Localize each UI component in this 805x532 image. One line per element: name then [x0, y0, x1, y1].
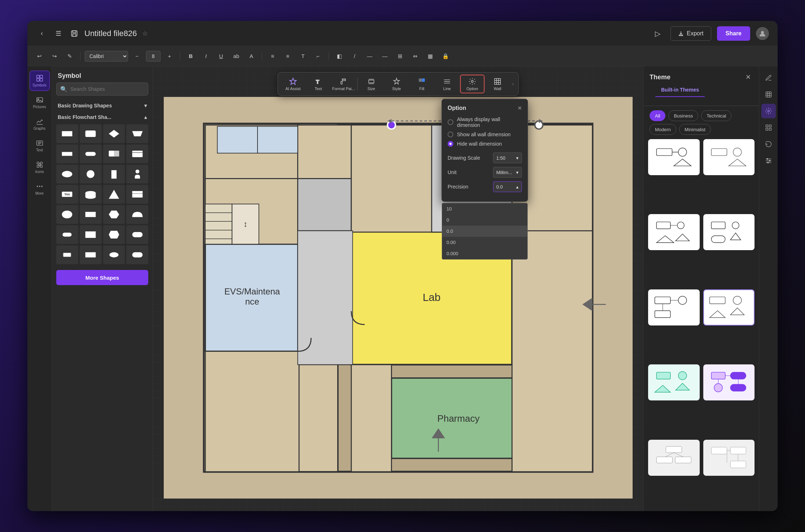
- filter-business[interactable]: Business: [668, 110, 698, 121]
- bold-button[interactable]: B: [185, 50, 197, 62]
- theme-card-5[interactable]: [648, 289, 700, 325]
- shape-item[interactable]: [56, 225, 78, 244]
- shape-item[interactable]: [126, 245, 148, 264]
- italic-button[interactable]: I: [200, 50, 212, 62]
- undo-button[interactable]: ↩: [33, 50, 45, 62]
- connector-button[interactable]: ⌐: [312, 50, 324, 62]
- floor-plan-container[interactable]: EVS/Maintena nce Lab Pharmacy: [164, 95, 633, 500]
- theme-card-8[interactable]: [703, 364, 755, 400]
- underline-button[interactable]: U: [215, 50, 227, 62]
- canvas-area[interactable]: AI Assist T Text Format Pai...: [153, 66, 643, 511]
- shape-item[interactable]: [103, 205, 125, 224]
- shape-item[interactable]: [56, 245, 78, 264]
- theme-card-10[interactable]: [703, 440, 755, 476]
- rail-theme-button[interactable]: [761, 104, 776, 118]
- precision-option-10[interactable]: 10: [442, 203, 527, 214]
- text-button[interactable]: T: [297, 50, 309, 62]
- ft-line[interactable]: Line: [435, 75, 459, 93]
- filter-all[interactable]: All: [650, 110, 665, 121]
- shape-item[interactable]: [56, 124, 78, 143]
- rail-grid-button[interactable]: [761, 120, 776, 135]
- shape-item[interactable]: [80, 165, 102, 183]
- shape-toggle-button[interactable]: ⊞: [394, 50, 406, 62]
- shape-item[interactable]: [126, 205, 148, 224]
- precision-option-0.0[interactable]: 0.0: [442, 226, 527, 237]
- theme-card-9[interactable]: [648, 440, 700, 476]
- shape-item[interactable]: [103, 145, 125, 163]
- shape-item[interactable]: [103, 245, 125, 264]
- shape-item[interactable]: [80, 124, 102, 143]
- theme-card-2[interactable]: [703, 139, 755, 175]
- shape-item[interactable]: [126, 185, 148, 204]
- shape-item[interactable]: [103, 124, 125, 143]
- save-icon[interactable]: [69, 28, 79, 39]
- filter-modern[interactable]: Modern: [650, 124, 676, 135]
- rail-draw-button[interactable]: [761, 71, 776, 85]
- ft-style[interactable]: Style: [384, 75, 409, 93]
- pen-tool-button[interactable]: ✎: [63, 50, 76, 62]
- sidebar-item-more[interactable]: More: [30, 179, 50, 199]
- search-bar[interactable]: 🔍: [56, 83, 148, 96]
- fill-button[interactable]: ◧: [333, 50, 346, 62]
- theme-card-3[interactable]: [648, 214, 700, 250]
- precision-select[interactable]: 0.0 ▴: [493, 181, 522, 192]
- sidebar-item-icons[interactable]: Icons: [30, 157, 50, 177]
- shape-item[interactable]: [80, 245, 102, 264]
- sidebar-item-symbols[interactable]: Symbols: [30, 71, 50, 91]
- unit-select[interactable]: Millim... ▾: [493, 167, 522, 178]
- shape-item[interactable]: [126, 165, 148, 183]
- strikethrough-button[interactable]: ab: [230, 50, 242, 62]
- theme-card-6[interactable]: [703, 289, 755, 325]
- shape-item[interactable]: [126, 225, 148, 244]
- menu-button[interactable]: ☰: [53, 28, 64, 39]
- shape-item[interactable]: [56, 145, 78, 163]
- ft-ai-assist[interactable]: AI Assist: [281, 75, 305, 93]
- shape-item[interactable]: [126, 124, 148, 143]
- line-height-button[interactable]: ≡: [282, 50, 294, 62]
- shape-item-yes[interactable]: Yes: [56, 185, 78, 204]
- ft-format-paint[interactable]: Format Pai...: [331, 75, 356, 93]
- section-basic-flowchart[interactable]: Basic Flowchart Sha... ▴: [52, 111, 153, 123]
- more-shapes-button[interactable]: More Shapes: [56, 270, 148, 285]
- precision-option-0.00[interactable]: 0.00: [442, 237, 527, 248]
- sidebar-item-pictures[interactable]: Pictures: [30, 92, 50, 112]
- shape-item[interactable]: [56, 165, 78, 183]
- rail-history-button[interactable]: [761, 137, 776, 151]
- shape-item[interactable]: [80, 205, 102, 224]
- rail-table-button[interactable]: [761, 87, 776, 102]
- theme-card-4[interactable]: [703, 214, 755, 250]
- font-size-input[interactable]: [146, 51, 160, 62]
- table-button[interactable]: ▦: [424, 50, 436, 62]
- precision-option-0[interactable]: 0: [442, 214, 527, 226]
- shape-item[interactable]: [103, 225, 125, 244]
- sidebar-item-graphs[interactable]: Graphs: [30, 114, 50, 134]
- theme-close-button[interactable]: ✕: [743, 72, 753, 82]
- shape-item[interactable]: [103, 185, 125, 204]
- share-button[interactable]: Share: [717, 26, 750, 41]
- font-family-select[interactable]: Calibri: [85, 51, 128, 62]
- rail-settings-button[interactable]: [761, 154, 776, 168]
- ft-more[interactable]: ›: [511, 81, 516, 87]
- font-color-button[interactable]: A: [245, 50, 258, 62]
- lock-button[interactable]: 🔒: [439, 50, 452, 62]
- star-icon[interactable]: ☆: [142, 30, 148, 37]
- more-button[interactable]: —: [364, 50, 376, 62]
- radio-show-all[interactable]: Show all wall dimension: [448, 132, 522, 137]
- ft-option[interactable]: Option: [460, 75, 485, 93]
- shape-item[interactable]: [56, 205, 78, 224]
- font-size-plus-button[interactable]: +: [163, 50, 176, 62]
- line-style-button[interactable]: —: [379, 50, 391, 62]
- search-input[interactable]: [70, 86, 144, 92]
- shape-item[interactable]: [126, 145, 148, 163]
- shape-item[interactable]: [80, 225, 102, 244]
- ft-size[interactable]: Size: [359, 75, 384, 93]
- drawing-scale-select[interactable]: 1:50 ▾: [493, 152, 522, 163]
- ft-fill[interactable]: Fill: [410, 75, 434, 93]
- ft-wall[interactable]: Wall: [485, 75, 510, 93]
- theme-card-7[interactable]: [648, 364, 700, 400]
- brush-button[interactable]: /: [348, 50, 361, 62]
- shape-item[interactable]: [80, 185, 102, 204]
- shape-item[interactable]: [103, 165, 125, 183]
- shape-item[interactable]: [80, 145, 102, 163]
- back-button[interactable]: ‹: [36, 28, 48, 39]
